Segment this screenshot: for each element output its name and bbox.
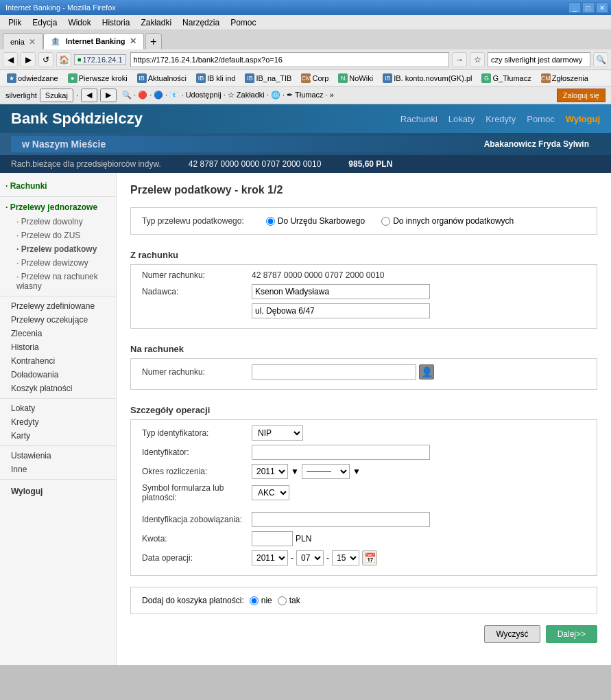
sidebar-item-przelew-wlasny[interactable]: Przelew na rachunek własny bbox=[0, 270, 116, 293]
sidebar-divider-4 bbox=[0, 445, 116, 446]
bookmark-g-tlumacz[interactable]: G G_Tłumacz bbox=[477, 72, 535, 84]
minimize-button[interactable]: _ bbox=[568, 2, 581, 13]
basket-no-radio[interactable] bbox=[250, 596, 259, 605]
nav-pomoc[interactable]: Pomoc bbox=[527, 114, 554, 124]
forward-button[interactable]: ▶ bbox=[21, 52, 36, 67]
sidebar-item-przelewy-zdefiniowane[interactable]: Przelewy zdefiniowane bbox=[0, 299, 116, 313]
sidebar-item-kontrahenci[interactable]: Kontrahenci bbox=[0, 354, 116, 368]
sender-address-input[interactable] bbox=[252, 303, 430, 318]
period-sub-select[interactable]: ——— 010203 040506 070809 101112 bbox=[302, 464, 350, 479]
nav-wyloguj[interactable]: Wyloguj bbox=[566, 114, 600, 124]
basket-yes-label[interactable]: tak bbox=[278, 596, 300, 605]
search-toolbar-button[interactable]: Szukaj bbox=[40, 89, 73, 102]
radio-inne-input[interactable] bbox=[381, 217, 390, 226]
amount-input[interactable] bbox=[252, 531, 293, 546]
tab-internet-banking-close[interactable]: ✕ bbox=[130, 36, 136, 46]
maximize-button[interactable]: □ bbox=[582, 2, 595, 13]
sidebar-item-przelew-dewizowy[interactable]: Przelew dewizowy bbox=[0, 256, 116, 270]
sidebar-item-zlecenia[interactable]: Zlecenia bbox=[0, 327, 116, 340]
menu-pomoc[interactable]: Pomoc bbox=[225, 16, 261, 29]
radio-inne-text: Do innych organów podatkowych bbox=[393, 216, 514, 226]
date-year-select[interactable]: 2011 2010 2012 bbox=[252, 550, 288, 565]
identifier-type-select[interactable]: NIP PESEL REGON bbox=[252, 425, 303, 441]
period-year-select[interactable]: 2011 2010 2012 bbox=[252, 464, 288, 479]
bookmark-zgloszenia-icon: CM bbox=[541, 73, 551, 83]
date-inputs: 2011 2010 2012 - 010203 040506 070809 10… bbox=[252, 550, 377, 565]
symbol-select[interactable]: AKC PIT VAT CIT bbox=[252, 485, 289, 500]
sidebar-logout[interactable]: Wyloguj bbox=[0, 482, 116, 500]
date-month-select[interactable]: 010203 040506 070809 101112 bbox=[296, 550, 324, 565]
tab-enia-label: enia bbox=[10, 38, 25, 46]
sidebar-item-karty[interactable]: Karty bbox=[0, 429, 116, 443]
bookmark-pierwsze-kroki[interactable]: ● Pierwsze kroki bbox=[64, 72, 132, 84]
sidebar-item-ustawienia[interactable]: Ustawienia bbox=[0, 449, 116, 463]
sidebar-section-przelewy[interactable]: Przelewy jednorazowe bbox=[0, 200, 116, 215]
address-bar[interactable] bbox=[130, 52, 449, 67]
identification-input[interactable] bbox=[252, 512, 430, 527]
next-button[interactable]: Dalej>> bbox=[546, 625, 597, 643]
close-button[interactable]: ✕ bbox=[596, 2, 608, 13]
next-result-button[interactable]: ▶ bbox=[100, 89, 117, 102]
sidebar-item-historia[interactable]: Historia bbox=[0, 340, 116, 354]
star-button[interactable]: ☆ bbox=[470, 52, 485, 67]
to-account-input[interactable] bbox=[252, 364, 416, 380]
page-title: Przelew podatkowy - krok 1/2 bbox=[130, 184, 597, 196]
radio-row: Typ przelewu podatkowego: Do Urzędu Skar… bbox=[131, 208, 597, 234]
logout-top-button[interactable]: Zaloguj się bbox=[557, 89, 606, 102]
go-button[interactable]: → bbox=[452, 52, 467, 67]
nav-lokaty[interactable]: Lokaty bbox=[448, 114, 475, 124]
sidebar-item-koszyk[interactable]: Koszyk płatności bbox=[0, 382, 116, 395]
calendar-icon[interactable]: 📅 bbox=[362, 550, 377, 565]
amount-label: Kwota: bbox=[142, 534, 252, 544]
account-number: 42 8787 0000 0000 0707 2000 0010 bbox=[189, 159, 322, 169]
bookmark-ib-kli[interactable]: IB IB kli ind bbox=[192, 72, 240, 84]
sidebar-item-przelew-dowolny[interactable]: Przelew dowolny bbox=[0, 215, 116, 229]
back-button[interactable]: ◀ bbox=[3, 52, 18, 67]
menu-historia[interactable]: Historia bbox=[97, 16, 136, 29]
person-icon[interactable]: 👤 bbox=[419, 364, 434, 380]
identifier-type-row: Typ identyfikatora: NIP PESEL REGON bbox=[142, 425, 586, 441]
sidebar-item-lokaty[interactable]: Lokaty bbox=[0, 401, 116, 415]
bookmark-odwiedzone[interactable]: ★ odwiedzane bbox=[3, 72, 62, 84]
identifier-row: Identyfikator: bbox=[142, 445, 586, 460]
home-button[interactable]: 🏠 bbox=[56, 52, 71, 67]
sidebar-item-inne[interactable]: Inne bbox=[0, 463, 116, 476]
sidebar-section-rachunki[interactable]: Rachunki bbox=[0, 178, 116, 194]
bookmark-ib-tib[interactable]: IB IB_na_TIB bbox=[241, 72, 296, 84]
menu-narzedzia[interactable]: Narzędzia bbox=[177, 16, 225, 29]
refresh-button[interactable]: ↺ bbox=[38, 52, 53, 67]
basket-yes-radio[interactable] bbox=[278, 596, 287, 605]
sidebar-item-doladowania[interactable]: Doładowania bbox=[0, 368, 116, 382]
menu-edycja[interactable]: Edycja bbox=[27, 16, 62, 29]
tab-internet-banking[interactable]: 🏦 Internet Banking ✕ bbox=[43, 33, 144, 49]
bookmark-zgloszenia[interactable]: CM Zgłoszenia bbox=[537, 72, 592, 84]
bookmark-corp[interactable]: CM Corp bbox=[297, 72, 333, 84]
bookmark-aktualnosci[interactable]: IB Aktualności bbox=[133, 72, 191, 84]
nav-rachunki[interactable]: Rachunki bbox=[400, 114, 438, 124]
nav-kredyty[interactable]: Kredyty bbox=[486, 114, 516, 124]
radio-inne-label[interactable]: Do innych organów podatkowych bbox=[381, 216, 514, 226]
new-tab-button[interactable]: + bbox=[145, 33, 162, 49]
menu-zakladki[interactable]: Zakładki bbox=[135, 16, 177, 29]
bookmark-ib-novum[interactable]: IB IB. konto.novum(GK).pl bbox=[379, 72, 476, 84]
tab-enia-close[interactable]: ✕ bbox=[29, 37, 36, 47]
tab-enia[interactable]: enia ✕ bbox=[3, 33, 43, 49]
basket-no-label[interactable]: nie bbox=[250, 596, 272, 605]
sidebar-item-kredyty[interactable]: Kredyty bbox=[0, 415, 116, 429]
bookmark-nowiki[interactable]: N NoWiki bbox=[334, 72, 377, 84]
prev-result-button[interactable]: ◀ bbox=[81, 89, 97, 102]
clear-button[interactable]: Wyczyść bbox=[484, 625, 540, 643]
sidebar-item-przelewy-oczekujace[interactable]: Przelewy oczekujące bbox=[0, 313, 116, 327]
sidebar-item-przelew-podatkowy[interactable]: Przelew podatkowy bbox=[0, 242, 116, 256]
sidebar-item-przelew-zus[interactable]: Przelew do ZUS bbox=[0, 229, 116, 242]
date-day-select[interactable]: 010203 040506 070809 101112 1314 15 1617… bbox=[332, 550, 359, 565]
menu-widok[interactable]: Widok bbox=[62, 16, 96, 29]
menu-plik[interactable]: Plik bbox=[3, 16, 27, 29]
radio-urzad-input[interactable] bbox=[266, 217, 275, 226]
account-name: Rach.bieżące dla przedsiębiorców indyw. bbox=[11, 159, 161, 169]
search-input[interactable] bbox=[488, 52, 590, 67]
search-go-button[interactable]: 🔍 bbox=[593, 52, 608, 67]
identifier-input[interactable] bbox=[252, 445, 430, 460]
sender-input[interactable] bbox=[252, 284, 430, 299]
radio-urzad-label[interactable]: Do Urzędu Skarbowego bbox=[266, 216, 365, 226]
